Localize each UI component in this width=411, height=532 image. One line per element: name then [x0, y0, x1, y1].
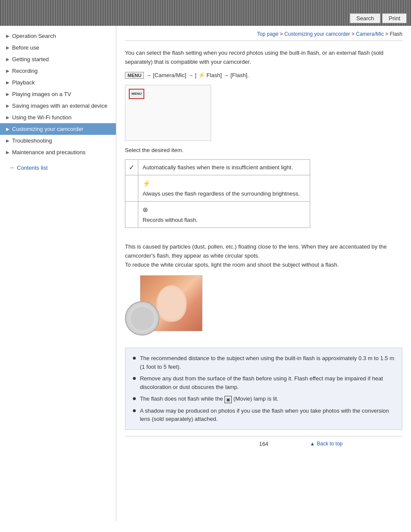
- arrow-icon: ▶: [6, 150, 9, 155]
- arrow-icon: ▶: [6, 92, 9, 96]
- sidebar-item-wifi[interactable]: ▶ Using the Wi-Fi function: [0, 112, 116, 123]
- sidebar-item-label: Maintenance and precautions: [12, 149, 112, 156]
- footer-right: ▲ Back to top: [310, 441, 402, 447]
- page-header: Search Print: [0, 0, 411, 26]
- contents-arrow-icon: →: [9, 164, 15, 171]
- flash-lightning-icon: ⚡: [143, 179, 305, 189]
- note-text-2: Remove any dust from the surface of the …: [140, 374, 395, 391]
- photo-face: [156, 285, 187, 322]
- photo-circle-overlay: [125, 301, 159, 336]
- breadcrumb-top[interactable]: Top page: [257, 31, 278, 37]
- sidebar-item-label: Using the Wi-Fi function: [12, 114, 112, 121]
- print-button[interactable]: Print: [382, 13, 407, 23]
- note-text-1: The recommended distance to the subject …: [140, 354, 395, 371]
- note-box: ● The recommended distance to the subjec…: [125, 348, 402, 430]
- sidebar-item-playing-images[interactable]: ▶ Playing images on a TV: [0, 88, 116, 100]
- menu-label: MENU: [131, 92, 142, 96]
- arrow-icon: ▶: [6, 138, 9, 143]
- arrow-icon: ▶: [6, 127, 9, 131]
- flash-options-table: ✓ Automatically flashes when there is in…: [125, 159, 310, 228]
- sidebar-item-customizing[interactable]: ▶ Customizing your camcorder: [0, 123, 116, 135]
- flash-option-3-desc: Records without flash.: [143, 217, 198, 223]
- breadcrumb-customize[interactable]: Customizing your camcorder: [284, 31, 350, 37]
- sidebar: ▶ Operation Search ▶ Before use ▶ Gettin…: [0, 26, 116, 521]
- sidebar-item-label: Getting started: [12, 56, 112, 62]
- breadcrumb-sep1: >: [280, 31, 284, 37]
- header-buttons: Search Print: [350, 13, 407, 23]
- flash-option-1-desc: Automatically flashes when there is insu…: [143, 164, 293, 171]
- menu-button-label: MENU: [125, 72, 144, 79]
- contents-list-link[interactable]: → Contents list: [0, 158, 116, 174]
- page-footer: 164 ▲ Back to top: [125, 436, 402, 451]
- flash-desc-col-1: Automatically flashes when there is insu…: [138, 160, 310, 175]
- breadcrumb: Top page > Customizing your camcorder > …: [125, 26, 402, 41]
- sidebar-item-troubleshooting[interactable]: ▶ Troubleshooting: [0, 135, 116, 146]
- sidebar-item-label: Playing images on a TV: [12, 91, 112, 97]
- sidebar-item-label: Customizing your camcorder: [12, 126, 112, 132]
- camera-screen-image: MENU: [125, 85, 211, 141]
- bullet-icon-1: ●: [132, 355, 137, 361]
- menu-path-text: → [Camera/Mic] → [ ⚡ Flash] → [Flash].: [146, 72, 249, 78]
- photo-circle-inner: [131, 307, 154, 330]
- intro-text: You can select the flash setting when yo…: [125, 49, 402, 67]
- sidebar-item-getting-started[interactable]: ▶ Getting started: [0, 53, 116, 65]
- note-item-2: ● Remove any dust from the surface of th…: [132, 374, 395, 391]
- movie-lamp-icon: ▣: [224, 396, 232, 403]
- arrow-icon: ▶: [6, 57, 9, 62]
- note-item-1: ● The recommended distance to the subjec…: [132, 354, 395, 371]
- flash-option-row-3: ⊛ Records without flash.: [125, 202, 310, 227]
- sidebar-item-label: Playback: [12, 79, 112, 86]
- page-number: 164: [218, 441, 310, 447]
- select-item-text: Select the desired item.: [125, 147, 402, 153]
- sidebar-item-label: Before use: [12, 44, 112, 51]
- sidebar-item-saving-images[interactable]: ▶ Saving images with an external device: [0, 100, 116, 112]
- arrow-icon: ▶: [6, 34, 9, 38]
- sidebar-item-label: Troubleshooting: [12, 137, 112, 144]
- flash-option-row-1: ✓ Automatically flashes when there is in…: [125, 160, 310, 176]
- menu-path: MENU → [Camera/Mic] → [ ⚡ Flash] → [Flas…: [125, 72, 402, 79]
- breadcrumb-sep2: >: [352, 31, 356, 37]
- arrow-icon: ▶: [6, 80, 9, 85]
- example-photo: [125, 275, 202, 340]
- back-to-top-triangle: ▲: [310, 441, 315, 447]
- flash-option-2-desc: Always uses the flash regardless of the …: [143, 190, 300, 197]
- contents-list-label: Contents list: [17, 165, 48, 171]
- note-item-3: ● The flash does not flash while the ▣ (…: [132, 395, 395, 403]
- intro-section: You can select the flash setting when yo…: [125, 49, 402, 228]
- breadcrumb-camera-mic[interactable]: Camera/Mic: [356, 31, 384, 37]
- breadcrumb-sep3: >: [385, 31, 389, 37]
- arrow-icon: ▶: [6, 68, 9, 73]
- flash-check-col-2: [125, 175, 138, 201]
- sidebar-item-maintenance[interactable]: ▶ Maintenance and precautions: [0, 146, 116, 158]
- arrow-icon: ▶: [6, 45, 9, 50]
- arrow-icon: ▶: [6, 115, 9, 120]
- flash-check-col-3: [125, 202, 138, 227]
- main-content: Top page > Customizing your camcorder > …: [116, 26, 411, 521]
- arrow-icon: ▶: [6, 103, 9, 108]
- sidebar-item-label: Saving images with an external device: [12, 103, 112, 109]
- bullet-icon-4: ●: [132, 407, 137, 414]
- sidebar-item-label: Operation Search: [12, 33, 112, 39]
- sidebar-item-operation-search[interactable]: ▶ Operation Search: [0, 30, 116, 42]
- note-text-4: A shadow may be produced on photos if yo…: [140, 407, 395, 423]
- note-text-3: The flash does not flash while the ▣ (Mo…: [140, 395, 279, 403]
- bullet-icon-2: ●: [132, 375, 137, 382]
- sidebar-item-playback[interactable]: ▶ Playback: [0, 77, 116, 88]
- page-layout: ▶ Operation Search ▶ Before use ▶ Gettin…: [0, 26, 411, 521]
- menu-button-mock: MENU: [129, 89, 144, 99]
- search-button[interactable]: Search: [350, 13, 380, 23]
- bullet-icon-3: ●: [132, 395, 137, 402]
- flash-check-col-1: ✓: [125, 160, 138, 175]
- sidebar-item-before-use[interactable]: ▶ Before use: [0, 42, 116, 53]
- back-to-top-label: Back to top: [317, 441, 342, 447]
- sidebar-item-label: Recording: [12, 68, 112, 74]
- flash-option-row-2: ⚡ Always uses the flash regardless of th…: [125, 175, 310, 202]
- back-to-top-link[interactable]: ▲ Back to top: [310, 441, 402, 447]
- flash-desc-col-3: ⊛ Records without flash.: [138, 202, 310, 227]
- sidebar-item-recording[interactable]: ▶ Recording: [0, 65, 116, 77]
- flash-desc-col-2: ⚡ Always uses the flash regardless of th…: [138, 175, 310, 201]
- tip-desc-text: This is caused by particles (dust, polle…: [125, 243, 402, 269]
- breadcrumb-flash: Flash: [390, 31, 402, 37]
- note-item-4: ● A shadow may be produced on photos if …: [132, 407, 395, 423]
- flash-no-icon: ⊛: [143, 205, 305, 215]
